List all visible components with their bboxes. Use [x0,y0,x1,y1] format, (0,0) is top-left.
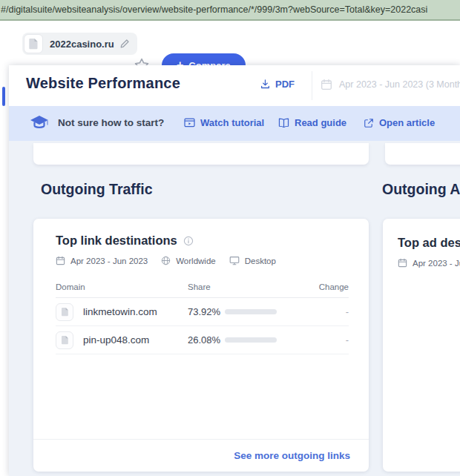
meta-date-range: Apr 2023 - Jun 2023 [70,257,148,265]
globe-icon [161,256,171,265]
page-header: Website Performance PDF [9,65,460,106]
calendar-icon [398,258,407,268]
destinations-table: Domain Share Change linkmetowin.com 73. [56,282,349,354]
share-bar [225,337,277,343]
calendar-icon [56,256,65,265]
site-favicon [56,331,73,349]
previous-card-bottom [385,143,460,165]
card-footer: See more outgoing links [33,439,369,472]
site-chip[interactable]: 2022casino.ru [22,33,137,55]
open-article-link[interactable]: Open article [364,117,435,128]
export-pdf-button[interactable]: PDF [260,79,295,90]
book-icon [278,118,289,128]
card-filters: Apr 2023 - Jun 2023 [398,258,460,268]
calendar-icon [321,79,332,90]
watch-tutorial-link[interactable]: Watch tutorial [184,117,264,128]
card-filters: Apr 2023 - Jun 2023 Worldwide Desktop [56,256,276,265]
share-value: 73.92% [188,306,225,317]
change-value: - [299,306,349,317]
domain-link[interactable]: pin-up048.com [83,334,149,346]
top-link-destinations-card: Top link destinations Apr 2023 - Jun 202… [33,219,369,472]
change-value: - [299,334,349,346]
section-title-outgoing-ads: Outgoing Ads [382,181,460,198]
document-icon [61,335,69,345]
card-title: Top link destinations [56,234,177,248]
domain-link[interactable]: linkmetowin.com [83,306,157,317]
screen: #/digitalsuite/websiteanalysis/overview/… [0,0,460,476]
download-icon [260,79,271,90]
open-article-label: Open article [379,117,435,128]
main-panel: Website Performance PDF [9,65,460,476]
divider [312,71,312,100]
edit-site-button[interactable] [119,39,130,49]
read-guide-label: Read guide [295,117,346,128]
site-favicon [24,34,43,53]
meta-device: Desktop [245,257,276,265]
watch-tutorial-label: Watch tutorial [200,117,264,128]
date-range-picker[interactable]: Apr 2023 - Jun 2023 (3 Months) [321,79,460,90]
card-title: Top ad destinations [398,236,460,250]
info-icon[interactable] [183,236,194,246]
share-value: 26.08% [188,334,225,346]
help-banner: Not sure how to start? Watch tutorial [9,106,460,141]
share-bar [225,309,277,314]
document-icon [61,307,69,317]
external-link-icon [364,118,374,128]
date-range-label: Apr 2023 - Jun 2023 (3 Months) [339,79,460,90]
top-ad-destinations-card: Top ad destinations Apr 2023 - Jun 2023 [383,219,460,472]
meta-geo: Worldwide [176,257,215,265]
table-row[interactable]: pin-up048.com 26.08% - [56,326,349,354]
banner-question: Not sure how to start? [58,117,164,128]
previous-card-bottom [33,143,369,165]
column-header-domain: Domain [56,282,188,291]
site-favicon [56,303,73,321]
site-name: 2022casino.ru [50,39,114,50]
meta-date-range: Apr 2023 - Jun 2023 [413,259,460,268]
column-header-change: Change [299,282,349,291]
toolbar: 2022casino.ru + Compare [0,21,460,65]
content-area: Outgoing Traffic Outgoing Ads Top link d… [9,141,460,476]
section-title-outgoing-traffic: Outgoing Traffic [41,181,153,198]
video-icon [184,118,195,128]
desktop-icon [229,256,240,265]
table-header: Domain Share Change [56,282,349,298]
page-title: Website Performance [26,75,180,92]
pencil-icon [119,39,130,49]
graduation-cap-icon [29,114,50,130]
url-text: #/digitalsuite/websiteanalysis/overview/… [1,4,427,15]
scroll-indicator[interactable] [2,87,5,106]
table-row[interactable]: linkmetowin.com 73.92% - [56,298,349,326]
browser-url-bar[interactable]: #/digitalsuite/websiteanalysis/overview/… [0,0,460,21]
read-guide-link[interactable]: Read guide [278,117,346,128]
document-icon [28,38,39,50]
column-header-share: Share [188,282,299,291]
see-more-outgoing-links[interactable]: See more outgoing links [234,450,350,461]
pdf-label: PDF [275,79,295,90]
